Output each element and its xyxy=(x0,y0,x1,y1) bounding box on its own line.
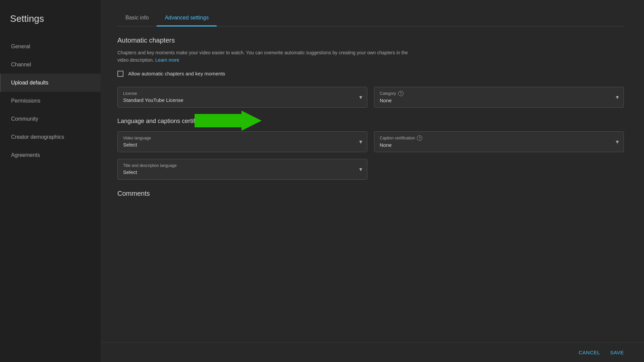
automatic-chapters-section: Automatic chapters Chapters and key mome… xyxy=(117,37,624,108)
page-container: Settings General Channel Upload defaults… xyxy=(0,0,644,362)
video-language-dropdown-wrapper: Video language Select ▾ xyxy=(117,131,367,152)
title-desc-language-value: Select xyxy=(123,169,362,175)
category-label: Category ? xyxy=(380,91,618,96)
language-captions-title: Language and captions certification xyxy=(117,118,624,125)
cancel-button[interactable]: CANCEL xyxy=(579,350,600,355)
video-language-label: Video language xyxy=(123,136,362,140)
sidebar-item-permissions[interactable]: Permissions xyxy=(0,92,101,110)
sidebar-item-agreements[interactable]: Agreements xyxy=(0,146,101,164)
video-language-value: Select xyxy=(123,142,362,147)
category-value: None xyxy=(380,98,618,103)
caption-cert-dropdown-wrapper: Caption certification ? None ▾ xyxy=(374,131,624,152)
sidebar: Settings General Channel Upload defaults… xyxy=(0,0,101,362)
license-dropdown[interactable]: License Standard YouTube License ▾ xyxy=(117,87,367,108)
license-dropdown-wrapper: License Standard YouTube License ▾ xyxy=(117,87,367,108)
license-dropdown-arrow: ▾ xyxy=(359,94,362,101)
caption-cert-dropdown-arrow: ▾ xyxy=(616,138,619,145)
tab-advanced-settings[interactable]: Advanced settings xyxy=(157,10,217,26)
main-content: Basic info Advanced settings Automatic c… xyxy=(101,0,644,362)
license-label: License xyxy=(123,91,362,96)
learn-more-link[interactable]: Learn more xyxy=(155,57,179,63)
sidebar-item-community[interactable]: Community xyxy=(0,110,101,128)
caption-certification-dropdown[interactable]: Caption certification ? None ▾ xyxy=(374,131,624,152)
automatic-chapters-checkbox-label: Allow automatic chapters and key moments xyxy=(128,71,225,76)
license-value: Standard YouTube License xyxy=(123,97,362,103)
sidebar-item-general[interactable]: General xyxy=(0,38,101,56)
category-help-icon[interactable]: ? xyxy=(398,91,404,96)
title-desc-language-dropdown[interactable]: Title and description language Select ▾ xyxy=(117,159,367,180)
title-desc-language-wrapper: Title and description language Select ▾ xyxy=(117,159,367,180)
title-desc-language-dropdown-arrow: ▾ xyxy=(359,166,362,173)
automatic-chapters-checkbox-row: Allow automatic chapters and key moments xyxy=(117,71,624,77)
title-desc-language-label: Title and description language xyxy=(123,163,362,168)
caption-cert-help-icon[interactable]: ? xyxy=(417,135,422,141)
category-dropdown[interactable]: Category ? None ▾ xyxy=(374,87,624,108)
video-language-dropdown-arrow: ▾ xyxy=(359,138,362,145)
comments-section: Comments xyxy=(117,190,624,197)
comments-title: Comments xyxy=(117,190,624,197)
sidebar-item-upload-defaults[interactable]: Upload defaults xyxy=(0,74,101,92)
license-category-row: License Standard YouTube License ▾ Categ… xyxy=(117,87,624,108)
automatic-chapters-checkbox[interactable] xyxy=(117,71,123,77)
sidebar-item-creator-demographics[interactable]: Creator demographics xyxy=(0,128,101,146)
category-dropdown-wrapper: Category ? None ▾ xyxy=(374,87,624,108)
tabs: Basic info Advanced settings xyxy=(117,10,624,26)
automatic-chapters-description: Chapters and key moments make your video… xyxy=(117,49,419,64)
video-language-dropdown[interactable]: Video language Select ▾ xyxy=(117,131,367,152)
caption-cert-value: None xyxy=(380,142,618,148)
save-button[interactable]: SAVE xyxy=(610,350,624,355)
automatic-chapters-title: Automatic chapters xyxy=(117,37,624,44)
video-language-caption-row: Video language Select ▾ Caption certific… xyxy=(117,131,624,152)
sidebar-title: Settings xyxy=(0,13,101,38)
tab-basic-info[interactable]: Basic info xyxy=(117,10,157,26)
caption-cert-label: Caption certification ? xyxy=(380,135,618,141)
sidebar-item-channel[interactable]: Channel xyxy=(0,56,101,74)
language-captions-section: Language and captions certification Vide… xyxy=(117,118,624,180)
bottom-bar: CANCEL SAVE xyxy=(101,343,644,362)
category-dropdown-arrow: ▾ xyxy=(616,94,619,101)
